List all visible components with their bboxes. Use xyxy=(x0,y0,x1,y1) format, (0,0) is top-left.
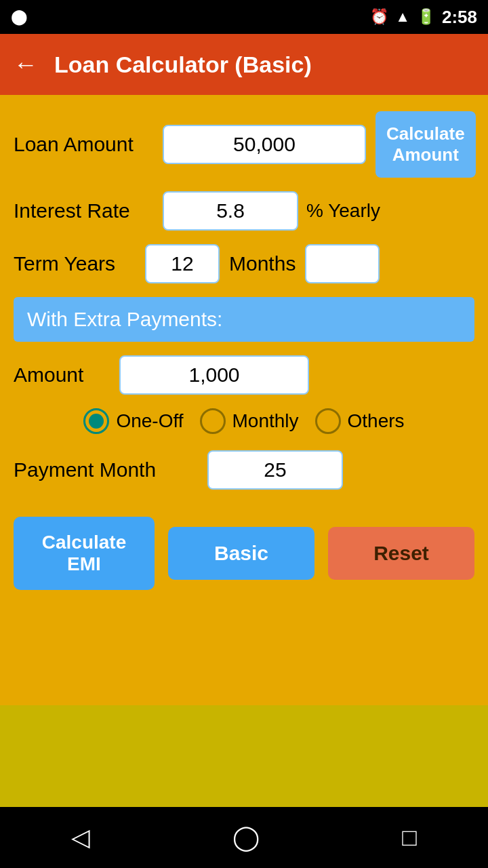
status-left: ⬤ xyxy=(11,8,28,26)
interest-rate-label: Interest Rate xyxy=(14,199,163,222)
months-label: Months xyxy=(229,252,296,275)
extra-payments-header: With Extra Payments: xyxy=(14,297,474,342)
interest-rate-input[interactable] xyxy=(163,191,298,231)
status-right: ⏰ ▲ 🔋 2:58 xyxy=(370,7,477,28)
radio-others-circle[interactable] xyxy=(315,408,341,434)
back-nav-icon[interactable]: ◁ xyxy=(71,823,90,852)
main-content: Loan Amount Calculate Amount Interest Ra… xyxy=(0,95,488,705)
loan-amount-label: Loan Amount xyxy=(14,133,163,156)
term-row: Term Years Months xyxy=(14,244,474,283)
radio-monthly[interactable]: Monthly xyxy=(200,408,299,434)
status-time: 2:58 xyxy=(442,7,477,28)
amount-label: Amount xyxy=(14,363,108,387)
radio-monthly-circle[interactable] xyxy=(200,408,226,434)
amount-row: Amount xyxy=(14,355,474,395)
loan-amount-input[interactable] xyxy=(163,125,366,164)
term-label: Term Years xyxy=(14,252,136,275)
payment-month-label: Payment Month xyxy=(14,458,197,481)
radio-one-off-circle[interactable] xyxy=(83,408,109,434)
radio-row: One-Off Monthly Others xyxy=(14,408,474,434)
radio-others[interactable]: Others xyxy=(315,408,405,434)
back-button[interactable]: ← xyxy=(14,50,38,79)
radio-monthly-label: Monthly xyxy=(232,410,299,432)
record-icon: ⬤ xyxy=(11,8,28,26)
alarm-icon: ⏰ xyxy=(370,8,388,26)
recents-nav-icon[interactable]: □ xyxy=(402,823,417,852)
term-years-input[interactable] xyxy=(145,244,220,283)
buttons-row: Calculate EMI Basic Reset xyxy=(14,517,474,590)
extra-amount-input[interactable] xyxy=(119,355,309,395)
term-months-input[interactable] xyxy=(305,244,380,283)
radio-others-label: Others xyxy=(348,410,405,432)
bottom-nav: ◁ ◯ □ xyxy=(0,807,488,868)
home-nav-icon[interactable]: ◯ xyxy=(232,823,260,852)
basic-button[interactable]: Basic xyxy=(168,527,314,580)
loan-amount-row: Loan Amount Calculate Amount xyxy=(14,111,474,178)
payment-month-input[interactable] xyxy=(207,450,343,490)
calculate-emi-button[interactable]: Calculate EMI xyxy=(14,517,155,590)
percent-yearly-label: % Yearly xyxy=(306,200,380,222)
calculate-amount-button[interactable]: Calculate Amount xyxy=(375,111,476,178)
interest-rate-row: Interest Rate % Yearly xyxy=(14,191,474,231)
app-bar: ← Loan Calculator (Basic) xyxy=(0,34,488,95)
reset-button[interactable]: Reset xyxy=(328,527,474,580)
payment-month-row: Payment Month xyxy=(14,450,474,490)
lower-content xyxy=(0,705,488,807)
battery-icon: 🔋 xyxy=(417,8,435,26)
radio-one-off[interactable]: One-Off xyxy=(83,408,183,434)
status-bar: ⬤ ⏰ ▲ 🔋 2:58 xyxy=(0,0,488,34)
radio-one-off-label: One-Off xyxy=(116,410,183,432)
radio-one-off-inner xyxy=(89,414,104,429)
signal-icon: ▲ xyxy=(395,8,410,26)
app-title: Loan Calculator (Basic) xyxy=(54,52,312,78)
